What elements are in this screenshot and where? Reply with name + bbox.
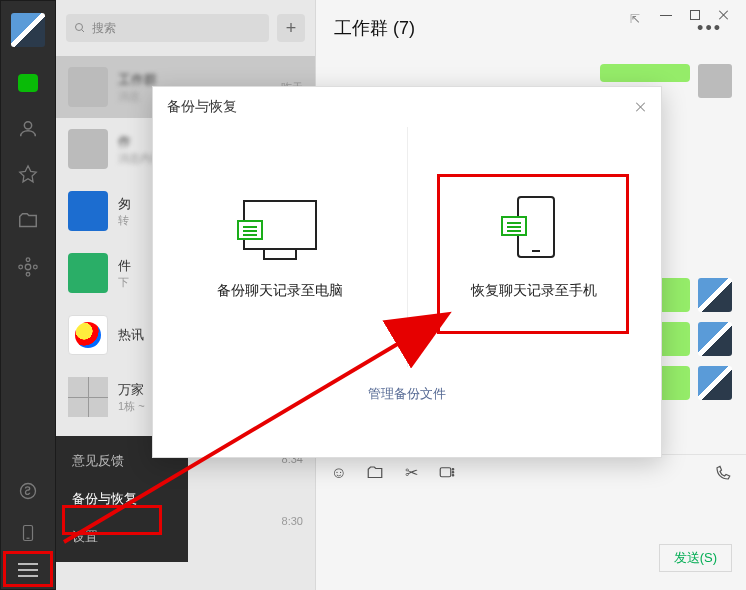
phone-icon[interactable] bbox=[16, 521, 40, 545]
svg-point-0 bbox=[24, 122, 31, 129]
svg-point-3 bbox=[26, 273, 30, 277]
backup-restore-dialog: 备份与恢复 备份聊天记录至电脑 恢复聊天记录至手机 管理备份文件 bbox=[152, 86, 662, 458]
contacts-tab-icon[interactable] bbox=[16, 117, 40, 141]
menu-backup-restore[interactable]: 备份与恢复 bbox=[56, 480, 188, 518]
svg-point-1 bbox=[25, 264, 31, 270]
chat-avatar bbox=[68, 129, 108, 169]
svg-point-14 bbox=[452, 474, 454, 476]
dialog-close-icon[interactable] bbox=[635, 101, 647, 113]
phone-restore-icon bbox=[487, 194, 581, 264]
svg-point-12 bbox=[452, 471, 454, 473]
left-nav bbox=[0, 0, 56, 590]
svg-point-4 bbox=[19, 265, 23, 269]
moments-tab-icon[interactable] bbox=[16, 255, 40, 279]
mini-program-icon[interactable] bbox=[16, 479, 40, 503]
history-icon[interactable] bbox=[438, 464, 456, 482]
message-avatar[interactable] bbox=[698, 278, 732, 312]
chat-avatar bbox=[68, 253, 108, 293]
minimize-icon[interactable] bbox=[660, 15, 672, 16]
chat-avatar bbox=[68, 191, 108, 231]
svg-point-6 bbox=[21, 484, 36, 499]
svg-rect-11 bbox=[440, 467, 451, 476]
close-icon[interactable] bbox=[718, 9, 730, 21]
backup-to-pc-option[interactable]: 备份聊天记录至电脑 bbox=[153, 127, 407, 367]
message-avatar[interactable] bbox=[698, 322, 732, 356]
files-tab-icon[interactable] bbox=[16, 209, 40, 233]
message-avatar[interactable] bbox=[698, 366, 732, 400]
svg-line-10 bbox=[82, 30, 85, 33]
backup-to-pc-label: 备份聊天记录至电脑 bbox=[217, 282, 343, 300]
restore-to-phone-label: 恢复聊天记录至手机 bbox=[471, 282, 597, 300]
menu-settings[interactable]: 设置 bbox=[56, 518, 188, 556]
emoji-icon[interactable]: ☺ bbox=[330, 464, 348, 482]
chat-tab-icon[interactable] bbox=[16, 71, 40, 95]
favorites-tab-icon[interactable] bbox=[16, 163, 40, 187]
svg-point-9 bbox=[76, 24, 83, 31]
send-button[interactable]: 发送(S) bbox=[659, 544, 732, 572]
chat-title: 工作群 (7) bbox=[334, 16, 415, 40]
search-placeholder: 搜索 bbox=[92, 20, 116, 37]
dialog-title: 备份与恢复 bbox=[167, 98, 237, 116]
input-toolbar: ☺ ✂ bbox=[316, 454, 746, 490]
computer-icon bbox=[233, 194, 327, 264]
user-avatar[interactable] bbox=[11, 13, 45, 47]
call-icon[interactable] bbox=[714, 464, 732, 482]
svg-point-5 bbox=[34, 265, 38, 269]
attach-file-icon[interactable] bbox=[366, 464, 384, 482]
screenshot-icon[interactable]: ✂ bbox=[402, 464, 420, 482]
search-input[interactable]: 搜索 bbox=[66, 14, 269, 42]
chat-avatar bbox=[68, 315, 108, 355]
chat-avatar bbox=[68, 67, 108, 107]
new-chat-button[interactable]: + bbox=[277, 14, 305, 42]
svg-point-13 bbox=[452, 468, 454, 470]
maximize-icon[interactable] bbox=[690, 10, 700, 20]
manage-backups-link[interactable]: 管理备份文件 bbox=[368, 386, 446, 401]
svg-point-2 bbox=[26, 258, 30, 262]
chat-avatar bbox=[68, 377, 108, 417]
pin-icon[interactable] bbox=[630, 9, 642, 21]
restore-to-phone-option[interactable]: 恢复聊天记录至手机 bbox=[407, 127, 662, 367]
menu-icon[interactable] bbox=[18, 563, 38, 577]
